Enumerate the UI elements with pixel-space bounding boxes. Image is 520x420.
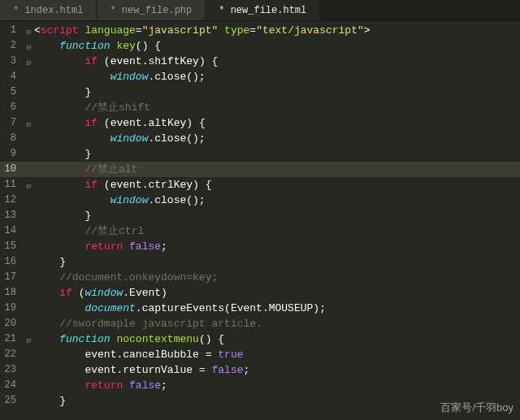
fold-icon[interactable]: ⊟	[27, 41, 31, 56]
code-line[interactable]: window.close();	[34, 131, 520, 146]
line-number: 22	[0, 347, 23, 362]
code-line[interactable]: if (event.altKey) {	[34, 115, 520, 131]
line-number: 20	[0, 316, 23, 331]
tab-bar: * index.html * new_file.php * new_file.h…	[0, 0, 520, 21]
code-line[interactable]: <script language="javascript" type="text…	[34, 23, 520, 38]
code-line[interactable]: }	[34, 208, 520, 223]
code-line[interactable]: event.returnValue = false;	[34, 362, 520, 378]
fold-icon[interactable]: ⊟	[27, 334, 31, 349]
tab-new-file-html[interactable]: * new_file.html	[206, 0, 320, 20]
code-line[interactable]: return false;	[34, 239, 520, 254]
code-area[interactable]: <script language="javascript" type="text…	[23, 21, 520, 420]
line-number: 5	[0, 84, 23, 100]
line-number: 2⊟	[0, 38, 23, 54]
line-number: 14	[0, 223, 23, 239]
code-line[interactable]: //document.onkeydown=key;	[34, 270, 520, 285]
code-line[interactable]: event.cancelBubble = true	[34, 347, 520, 362]
line-number: 15	[0, 239, 23, 254]
code-line[interactable]: function nocontextmenu() {	[34, 331, 520, 347]
line-number: 9	[0, 146, 23, 162]
code-line[interactable]: //禁止alt	[23, 162, 520, 177]
line-number: 12	[0, 193, 23, 208]
line-number: 11⊟	[0, 177, 23, 193]
line-number: 4	[0, 69, 23, 84]
line-number: 7⊟	[0, 115, 23, 131]
code-line[interactable]: //swordmaple javascript article.	[34, 316, 520, 331]
fold-icon[interactable]: ⊟	[27, 118, 31, 133]
line-number: 21⊟	[0, 331, 23, 347]
fold-icon[interactable]: ⊟	[27, 180, 31, 195]
line-number: 10	[0, 162, 23, 177]
line-number: 19	[0, 301, 23, 316]
line-number: 23	[0, 362, 23, 378]
code-line[interactable]: function key() {	[34, 38, 520, 54]
watermark: 百家号/千羽boy	[440, 401, 514, 415]
line-number: 25	[0, 393, 23, 409]
tab-new-file-php[interactable]: * new_file.php	[97, 0, 206, 20]
line-gutter: 1⊟2⊟3⊟4567⊟891011⊟12131415161718192021⊟2…	[0, 21, 23, 420]
fold-icon[interactable]: ⊟	[27, 56, 31, 71]
fold-icon[interactable]: ⊟	[27, 25, 31, 41]
line-number: 13	[0, 208, 23, 223]
code-line[interactable]: }	[34, 146, 520, 162]
code-line[interactable]: if (event.ctrlKey) {	[34, 177, 520, 193]
line-number: 1⊟	[0, 23, 23, 38]
code-line[interactable]: if (event.shiftKey) {	[34, 54, 520, 69]
code-line[interactable]: window.close();	[34, 69, 520, 84]
code-line[interactable]: //禁止shift	[34, 100, 520, 115]
line-number: 16	[0, 254, 23, 270]
code-line[interactable]: window.close();	[34, 193, 520, 208]
line-number: 8	[0, 131, 23, 146]
code-line[interactable]: }	[34, 254, 520, 270]
code-line[interactable]: return false;	[34, 378, 520, 393]
line-number: 18	[0, 285, 23, 301]
tab-index-html[interactable]: * index.html	[0, 0, 97, 20]
code-line[interactable]: //禁止ctrl	[34, 223, 520, 239]
line-number: 6	[0, 100, 23, 115]
line-number: 3⊟	[0, 54, 23, 69]
code-line[interactable]: document.captureEvents(Event.MOUSEUP);	[34, 301, 520, 316]
code-line[interactable]: if (window.Event)	[34, 285, 520, 301]
code-editor[interactable]: 1⊟2⊟3⊟4567⊟891011⊟12131415161718192021⊟2…	[0, 21, 520, 420]
line-number: 24	[0, 378, 23, 393]
code-line[interactable]: }	[34, 84, 520, 100]
line-number: 17	[0, 270, 23, 285]
